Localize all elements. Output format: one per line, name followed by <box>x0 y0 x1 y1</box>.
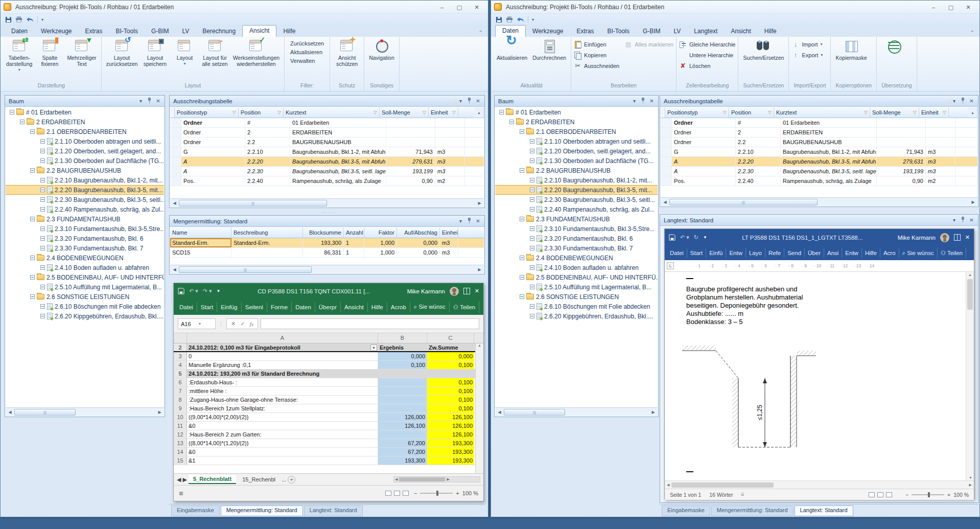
tree-item[interactable]: 2.1.20 Oberboden, seitl.gelagert, and... <box>6 146 164 156</box>
cell-b[interactable] <box>378 430 427 439</box>
filter-icon[interactable]: ▽ <box>276 110 281 115</box>
excel-tab-start[interactable]: Start <box>197 302 217 312</box>
panel-menu-icon[interactable]: ▾ <box>136 98 145 104</box>
tree-item[interactable]: 2.6 SONSTIGE LEISTUNGEN <box>495 292 658 302</box>
tree-item[interactable]: 2.3 FUNDAMENTAUSHUB <box>495 214 658 224</box>
filter-icon[interactable]: ▽ <box>231 110 236 115</box>
cell-a[interactable]: Manuelle Ergänzung :0,1 <box>187 361 378 369</box>
tree-item[interactable]: 2.1.30 Oberboden auf Dachfläche (TG... <box>495 156 658 166</box>
tree-item[interactable]: 2.2.40 Rampenaushub, schräg, als Zul... <box>495 204 658 214</box>
cell-b[interactable]: 126,100 <box>378 422 427 430</box>
word-tab-entw[interactable]: Entw <box>842 248 862 258</box>
collapse-box-icon[interactable] <box>40 236 45 241</box>
word-tab-entw[interactable]: Entw <box>726 248 746 258</box>
dock-tab-eingabemaske[interactable]: Eingabemaske <box>662 505 710 516</box>
tab-werkzeuge[interactable]: Werkzeuge <box>526 26 570 37</box>
tree-item[interactable]: 2.1 OBERBODENARBEITEN <box>6 127 164 136</box>
tree-item[interactable]: 2.4 BODENBEWEGUNGEN <box>495 253 658 263</box>
column-header-position[interactable]: Position▽ <box>729 107 774 118</box>
close-button[interactable]: ✕ <box>960 3 976 12</box>
pin-icon[interactable] <box>465 218 474 224</box>
row-number[interactable]: 14 <box>174 448 187 456</box>
language-icon[interactable] <box>448 98 456 104</box>
ribbon-button-navigation[interactable]: Navigation <box>367 37 396 61</box>
ribbon-button-ansicht[interactable]: ✦Ansicht schützen <box>333 37 361 67</box>
tab-daten[interactable]: Daten <box>5 26 34 37</box>
table-row[interactable]: A2.2.30Baugrubenaushub, Bkl.3-5, seitl. … <box>170 167 484 176</box>
excel-row[interactable]: 10((9,00*14,00)*(2,00)/(2))126,000126,10… <box>174 413 483 422</box>
collapse-box-icon[interactable] <box>530 246 534 250</box>
table-row[interactable]: Pos.2.2.40Rampenaushub, schräg, als Zula… <box>170 176 484 186</box>
tab-lv[interactable]: LV <box>176 26 196 37</box>
collapse-box-icon[interactable] <box>520 217 524 221</box>
tab-extras[interactable]: Extras <box>570 26 601 37</box>
column-header-blocksumme[interactable]: Blocksumme <box>303 227 344 238</box>
collapse-box-icon[interactable] <box>520 256 524 260</box>
undo-icon[interactable]: ↶ ▾ <box>680 234 689 241</box>
table-row[interactable]: A2.2.20Baugrubenaushub, Bkl.3-5, mit Abf… <box>170 157 484 167</box>
collapse-box-icon[interactable] <box>40 265 45 270</box>
excel-tab-forme[interactable]: Forme <box>267 302 292 312</box>
mengen-row[interactable]: SCD1586,33111,0000,000m3 <box>170 248 484 258</box>
tree-item[interactable]: 2.6.20 Kippgebühren, Erdaushub, Bkl.... <box>495 311 658 321</box>
tree-item[interactable]: 2.3 FUNDAMENTAUSHUB <box>6 214 164 224</box>
cell-a[interactable]: :Erdaushub-Haus- : <box>187 378 378 386</box>
collapse-box-icon[interactable] <box>520 294 524 299</box>
excel-grid[interactable]: ABC224.10.2012: 0,100 m3 für Eingabeprot… <box>174 333 483 473</box>
cell-c[interactable]: 0,000 <box>427 352 474 360</box>
collapse-box-icon[interactable] <box>10 110 14 114</box>
collapse-box-icon[interactable] <box>40 226 45 231</box>
cell-b[interactable] <box>378 370 427 378</box>
row-number[interactable]: 13 <box>174 439 187 447</box>
excel-titlebar[interactable]: ↶ ▾ ↷ ▾ ▼ CD P3588 DS1 T156 TQNT CDX001.… <box>174 283 483 299</box>
redo-icon[interactable]: ↻ <box>694 234 698 241</box>
collapse-box-icon[interactable] <box>530 226 534 231</box>
zoom-control[interactable]: −+ 100 % <box>414 490 478 496</box>
collapse-box-icon[interactable] <box>40 197 45 202</box>
tree-item[interactable]: # 01 Erdarbeiten <box>495 107 658 117</box>
tree-item[interactable]: 2.5 BODENEINBAU, AUF- UND HINTERFÜ... <box>495 272 658 282</box>
tree-item[interactable]: 2.6 SONSTIGE LEISTUNGEN <box>6 292 164 302</box>
column-header-anzahl[interactable]: Anzahl <box>344 227 364 238</box>
save-icon[interactable] <box>496 16 502 23</box>
confirm-entry-icon[interactable]: ✓ <box>240 320 245 327</box>
ribbon-button-zurücksetzen[interactable]: Zurücksetzen <box>287 39 327 48</box>
pin-icon[interactable] <box>465 98 474 104</box>
filter-icon[interactable]: ▽ <box>721 110 727 115</box>
sheet-tab-5_rechenblatt[interactable]: 5_Rechenblatt <box>189 475 236 484</box>
tree-item[interactable]: 2.5.10 Auffüllung mit Lagermaterial, B..… <box>495 282 658 292</box>
collapse-box-icon[interactable] <box>520 129 524 134</box>
document-area[interactable]: Baugrube profilgerecht ausheben und Grob… <box>665 272 974 480</box>
page-indicator[interactable]: Seite 1 von 1 <box>670 492 701 498</box>
add-sheet-icon[interactable]: + <box>288 476 295 484</box>
panel-menu-icon[interactable]: ▾ <box>630 98 639 104</box>
view-buttons[interactable] <box>869 492 892 497</box>
close-icon[interactable]: ✕ <box>647 98 656 104</box>
tree-item[interactable]: 2.1.10 Oberboden abtragen und seitli... <box>6 136 164 146</box>
excel-row[interactable]: 14&067,200193,300 <box>174 448 483 456</box>
tree-item[interactable]: 2.3.10 Fundamentaushub, Bkl.3-5,Stre... <box>495 224 658 234</box>
collapse-box-icon[interactable] <box>530 188 534 192</box>
close-icon[interactable]: ✕ <box>967 98 976 104</box>
ribbon-button-export[interactable]: Export▾ <box>791 50 823 60</box>
word-tab-send[interactable]: Send <box>784 248 805 258</box>
tree-item[interactable]: 2.4 BODENBEWEGUNGEN <box>6 253 164 263</box>
filter-icon[interactable]: ▽ <box>372 110 377 115</box>
ribbon-button-l-schen[interactable]: Löschen <box>679 61 735 71</box>
tree-item[interactable]: 2.3.20 Fundamentaushub, Bkl. 6 <box>495 234 658 243</box>
titlebar[interactable]: Ausschreibung: Projekt Bi-Tools / Rohbau… <box>491 1 979 14</box>
filter-icon[interactable]: ▽ <box>912 110 917 115</box>
tab-lv[interactable]: LV <box>667 26 688 37</box>
col-header-B[interactable]: B <box>378 333 427 343</box>
excel-row[interactable]: 8:Zugang-Haus-ohne Garage-ohne Terrasse:… <box>174 396 483 404</box>
qat-customize-icon[interactable]: ▼ <box>703 235 707 240</box>
cancel-entry-icon[interactable]: ✕ <box>231 320 236 327</box>
excel-row[interactable]: 300,0000,000 <box>174 352 483 361</box>
tree-item[interactable]: 2.3.20 Fundamentaushub, Bkl. 6 <box>6 234 164 243</box>
row-number[interactable]: 6 <box>174 378 187 386</box>
filter-icon[interactable]: ▽ <box>941 110 946 115</box>
tree-item[interactable]: 2.2.30 Baugrubenaushub, Bkl.3-5, seitl..… <box>6 195 164 204</box>
word-tab-layo[interactable]: Layo <box>746 248 765 258</box>
tree-item[interactable]: 2.1.10 Oberboden abtragen und seitli... <box>495 136 658 146</box>
collapse-box-icon[interactable] <box>30 294 35 299</box>
